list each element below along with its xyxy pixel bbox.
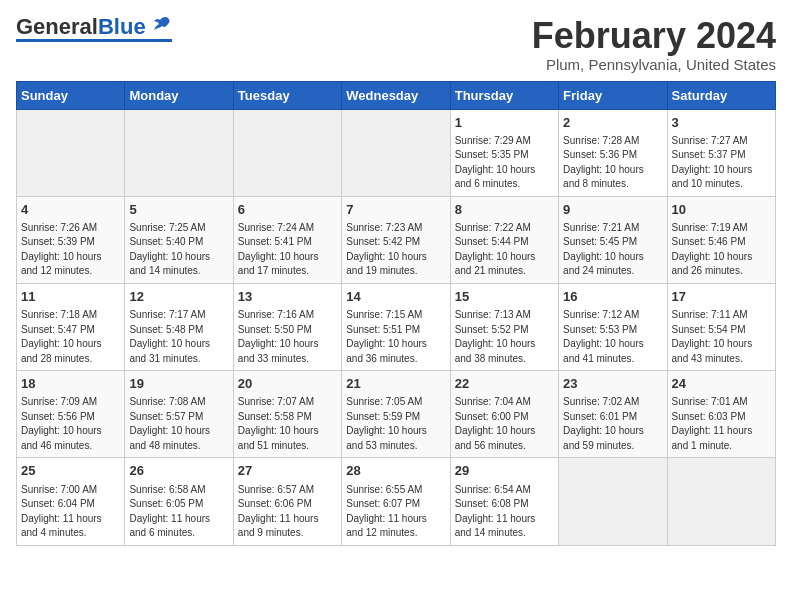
calendar-cell: 14Sunrise: 7:15 AMSunset: 5:51 PMDayligh… <box>342 283 450 370</box>
calendar-cell: 11Sunrise: 7:18 AMSunset: 5:47 PMDayligh… <box>17 283 125 370</box>
logo-text: GeneralBlue <box>16 16 146 38</box>
day-info: Sunrise: 7:01 AMSunset: 6:03 PMDaylight:… <box>672 395 771 453</box>
day-number: 27 <box>238 462 337 480</box>
day-number: 26 <box>129 462 228 480</box>
logo-underline <box>16 39 172 42</box>
day-of-week-header: Saturday <box>667 81 775 109</box>
calendar-cell: 16Sunrise: 7:12 AMSunset: 5:53 PMDayligh… <box>559 283 667 370</box>
day-info: Sunrise: 7:04 AMSunset: 6:00 PMDaylight:… <box>455 395 554 453</box>
calendar-cell: 5Sunrise: 7:25 AMSunset: 5:40 PMDaylight… <box>125 196 233 283</box>
day-number: 16 <box>563 288 662 306</box>
day-info: Sunrise: 7:26 AMSunset: 5:39 PMDaylight:… <box>21 221 120 279</box>
calendar-cell <box>667 458 775 545</box>
calendar-week-row: 4Sunrise: 7:26 AMSunset: 5:39 PMDaylight… <box>17 196 776 283</box>
calendar-body: 1Sunrise: 7:29 AMSunset: 5:35 PMDaylight… <box>17 109 776 545</box>
day-info: Sunrise: 7:24 AMSunset: 5:41 PMDaylight:… <box>238 221 337 279</box>
calendar-cell: 9Sunrise: 7:21 AMSunset: 5:45 PMDaylight… <box>559 196 667 283</box>
calendar-cell: 20Sunrise: 7:07 AMSunset: 5:58 PMDayligh… <box>233 371 341 458</box>
header: GeneralBlue February 2024 Plum, Pennsylv… <box>16 16 776 73</box>
logo-bird-icon <box>150 14 172 36</box>
day-info: Sunrise: 6:58 AMSunset: 6:05 PMDaylight:… <box>129 483 228 541</box>
day-info: Sunrise: 7:25 AMSunset: 5:40 PMDaylight:… <box>129 221 228 279</box>
calendar-cell: 29Sunrise: 6:54 AMSunset: 6:08 PMDayligh… <box>450 458 558 545</box>
day-info: Sunrise: 7:29 AMSunset: 5:35 PMDaylight:… <box>455 134 554 192</box>
day-info: Sunrise: 7:07 AMSunset: 5:58 PMDaylight:… <box>238 395 337 453</box>
calendar-cell: 1Sunrise: 7:29 AMSunset: 5:35 PMDaylight… <box>450 109 558 196</box>
logo: GeneralBlue <box>16 16 172 42</box>
day-number: 17 <box>672 288 771 306</box>
day-info: Sunrise: 7:19 AMSunset: 5:46 PMDaylight:… <box>672 221 771 279</box>
day-number: 19 <box>129 375 228 393</box>
day-of-week-header: Tuesday <box>233 81 341 109</box>
day-number: 21 <box>346 375 445 393</box>
day-number: 10 <box>672 201 771 219</box>
day-info: Sunrise: 7:17 AMSunset: 5:48 PMDaylight:… <box>129 308 228 366</box>
day-info: Sunrise: 7:12 AMSunset: 5:53 PMDaylight:… <box>563 308 662 366</box>
calendar-cell: 22Sunrise: 7:04 AMSunset: 6:00 PMDayligh… <box>450 371 558 458</box>
day-of-week-header: Thursday <box>450 81 558 109</box>
day-number: 9 <box>563 201 662 219</box>
day-number: 18 <box>21 375 120 393</box>
day-info: Sunrise: 7:18 AMSunset: 5:47 PMDaylight:… <box>21 308 120 366</box>
logo-blue: Blue <box>98 14 146 39</box>
day-header-row: SundayMondayTuesdayWednesdayThursdayFrid… <box>17 81 776 109</box>
calendar-cell: 3Sunrise: 7:27 AMSunset: 5:37 PMDaylight… <box>667 109 775 196</box>
page-subtitle: Plum, Pennsylvania, United States <box>532 56 776 73</box>
calendar-cell: 28Sunrise: 6:55 AMSunset: 6:07 PMDayligh… <box>342 458 450 545</box>
day-of-week-header: Monday <box>125 81 233 109</box>
day-number: 5 <box>129 201 228 219</box>
day-info: Sunrise: 7:08 AMSunset: 5:57 PMDaylight:… <box>129 395 228 453</box>
calendar-cell: 23Sunrise: 7:02 AMSunset: 6:01 PMDayligh… <box>559 371 667 458</box>
calendar-cell: 6Sunrise: 7:24 AMSunset: 5:41 PMDaylight… <box>233 196 341 283</box>
day-info: Sunrise: 7:00 AMSunset: 6:04 PMDaylight:… <box>21 483 120 541</box>
day-info: Sunrise: 6:57 AMSunset: 6:06 PMDaylight:… <box>238 483 337 541</box>
calendar-cell: 13Sunrise: 7:16 AMSunset: 5:50 PMDayligh… <box>233 283 341 370</box>
day-of-week-header: Sunday <box>17 81 125 109</box>
day-info: Sunrise: 7:09 AMSunset: 5:56 PMDaylight:… <box>21 395 120 453</box>
day-info: Sunrise: 7:27 AMSunset: 5:37 PMDaylight:… <box>672 134 771 192</box>
day-info: Sunrise: 7:13 AMSunset: 5:52 PMDaylight:… <box>455 308 554 366</box>
day-info: Sunrise: 6:55 AMSunset: 6:07 PMDaylight:… <box>346 483 445 541</box>
calendar-header: SundayMondayTuesdayWednesdayThursdayFrid… <box>17 81 776 109</box>
day-number: 24 <box>672 375 771 393</box>
day-number: 1 <box>455 114 554 132</box>
calendar-cell: 19Sunrise: 7:08 AMSunset: 5:57 PMDayligh… <box>125 371 233 458</box>
day-number: 20 <box>238 375 337 393</box>
calendar-cell: 15Sunrise: 7:13 AMSunset: 5:52 PMDayligh… <box>450 283 558 370</box>
calendar-cell: 10Sunrise: 7:19 AMSunset: 5:46 PMDayligh… <box>667 196 775 283</box>
calendar-cell <box>233 109 341 196</box>
day-number: 6 <box>238 201 337 219</box>
day-info: Sunrise: 7:16 AMSunset: 5:50 PMDaylight:… <box>238 308 337 366</box>
day-number: 8 <box>455 201 554 219</box>
calendar-cell: 26Sunrise: 6:58 AMSunset: 6:05 PMDayligh… <box>125 458 233 545</box>
day-number: 4 <box>21 201 120 219</box>
day-info: Sunrise: 6:54 AMSunset: 6:08 PMDaylight:… <box>455 483 554 541</box>
day-info: Sunrise: 7:02 AMSunset: 6:01 PMDaylight:… <box>563 395 662 453</box>
day-number: 22 <box>455 375 554 393</box>
calendar-cell: 25Sunrise: 7:00 AMSunset: 6:04 PMDayligh… <box>17 458 125 545</box>
calendar-cell <box>559 458 667 545</box>
day-number: 29 <box>455 462 554 480</box>
calendar-table: SundayMondayTuesdayWednesdayThursdayFrid… <box>16 81 776 546</box>
calendar-cell <box>17 109 125 196</box>
day-info: Sunrise: 7:23 AMSunset: 5:42 PMDaylight:… <box>346 221 445 279</box>
day-of-week-header: Wednesday <box>342 81 450 109</box>
day-info: Sunrise: 7:05 AMSunset: 5:59 PMDaylight:… <box>346 395 445 453</box>
day-info: Sunrise: 7:28 AMSunset: 5:36 PMDaylight:… <box>563 134 662 192</box>
day-number: 3 <box>672 114 771 132</box>
day-number: 28 <box>346 462 445 480</box>
calendar-cell: 27Sunrise: 6:57 AMSunset: 6:06 PMDayligh… <box>233 458 341 545</box>
logo-general: General <box>16 14 98 39</box>
day-number: 2 <box>563 114 662 132</box>
day-info: Sunrise: 7:11 AMSunset: 5:54 PMDaylight:… <box>672 308 771 366</box>
calendar-cell <box>125 109 233 196</box>
calendar-cell: 4Sunrise: 7:26 AMSunset: 5:39 PMDaylight… <box>17 196 125 283</box>
calendar-week-row: 1Sunrise: 7:29 AMSunset: 5:35 PMDaylight… <box>17 109 776 196</box>
calendar-cell: 8Sunrise: 7:22 AMSunset: 5:44 PMDaylight… <box>450 196 558 283</box>
day-number: 14 <box>346 288 445 306</box>
day-of-week-header: Friday <box>559 81 667 109</box>
day-number: 12 <box>129 288 228 306</box>
calendar-cell: 18Sunrise: 7:09 AMSunset: 5:56 PMDayligh… <box>17 371 125 458</box>
calendar-cell: 17Sunrise: 7:11 AMSunset: 5:54 PMDayligh… <box>667 283 775 370</box>
title-area: February 2024 Plum, Pennsylvania, United… <box>532 16 776 73</box>
